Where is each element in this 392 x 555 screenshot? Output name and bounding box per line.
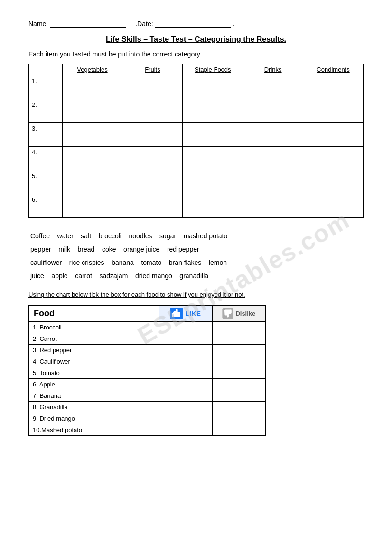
- word-bank-line1: Coffee water salt broccoli noodles sugar…: [30, 229, 362, 243]
- date-text: .Date:: [135, 20, 153, 28]
- food-item-5: 5. Tomato: [29, 367, 159, 378]
- like-table-row: 7. Banana: [29, 390, 266, 401]
- name-label: Name:: [28, 19, 126, 28]
- like-table-row: 9. Dried mango: [29, 413, 266, 424]
- row-num-2: 2.: [29, 99, 63, 123]
- food-item-7: 7. Banana: [29, 390, 159, 401]
- row6-veg[interactable]: [62, 194, 122, 218]
- dislike-icon-group: Dislike: [216, 308, 261, 319]
- dislike-text: Dislike: [235, 310, 255, 317]
- empty-header: [29, 64, 63, 75]
- dislike-check-5[interactable]: [212, 367, 265, 378]
- food-item-9: 9. Dried mango: [29, 413, 159, 424]
- dislike-check-3[interactable]: [212, 344, 265, 356]
- col-staple: Staple Foods: [183, 64, 243, 75]
- row4-veg[interactable]: [62, 147, 122, 170]
- row5-condiment[interactable]: [303, 170, 364, 194]
- row3-drink[interactable]: [243, 123, 303, 147]
- food-item-1: 1. Broccoli: [29, 321, 159, 333]
- word-bank-line3: cauliflower rice crispies banana tomato …: [30, 256, 362, 269]
- page-title: Life Skills – Taste Test – Categorising …: [28, 35, 364, 44]
- like-check-2[interactable]: [159, 333, 212, 344]
- row3-veg[interactable]: [62, 123, 122, 147]
- row2-fruit[interactable]: [122, 99, 183, 123]
- like-table-row: 2. Carrot: [29, 333, 266, 344]
- row4-staple[interactable]: [183, 147, 243, 170]
- like-table-row: 10.Mashed potato: [29, 424, 266, 435]
- like-check-5[interactable]: [159, 367, 212, 378]
- like-table-row: 6. Apple: [29, 378, 266, 390]
- row2-drink[interactable]: [243, 99, 303, 123]
- row2-staple[interactable]: [183, 99, 243, 123]
- like-check-8[interactable]: [159, 401, 212, 413]
- like-check-4[interactable]: [159, 356, 212, 367]
- dislike-check-10[interactable]: [212, 424, 265, 435]
- thumbs-up-icon: [170, 308, 183, 319]
- like-check-7[interactable]: [159, 390, 212, 401]
- like-table-row: 1. Broccoli: [29, 321, 266, 333]
- like-icon-group: Like: [163, 308, 208, 319]
- like-check-6[interactable]: [159, 378, 212, 390]
- row5-drink[interactable]: [243, 170, 303, 194]
- row4-condiment[interactable]: [303, 147, 364, 170]
- dislike-header: Dislike: [212, 305, 265, 321]
- chart-instruction: Using the chart below tick the box for e…: [28, 290, 364, 300]
- col-condiments: Condiments: [303, 64, 364, 75]
- row6-condiment[interactable]: [303, 194, 364, 218]
- svg-rect-3: [231, 310, 232, 313]
- row3-staple[interactable]: [183, 123, 243, 147]
- categorisation-table: Vegetables Fruits Staple Foods Drinks Co…: [28, 64, 364, 218]
- like-table-row: 3. Red pepper: [29, 344, 266, 356]
- row5-fruit[interactable]: [122, 170, 183, 194]
- dislike-check-1[interactable]: [212, 321, 265, 333]
- like-check-10[interactable]: [159, 424, 212, 435]
- row6-staple[interactable]: [183, 194, 243, 218]
- dislike-check-6[interactable]: [212, 378, 265, 390]
- dislike-check-9[interactable]: [212, 413, 265, 424]
- dislike-check-7[interactable]: [212, 390, 265, 401]
- row-num-1: 1.: [29, 75, 63, 99]
- row3-condiment[interactable]: [303, 123, 364, 147]
- svg-rect-1: [172, 313, 174, 317]
- food-item-2: 2. Carrot: [29, 333, 159, 344]
- name-field[interactable]: [50, 19, 126, 28]
- like-table-row: 4. Cauliflower: [29, 356, 266, 367]
- table-row: 5.: [29, 170, 364, 194]
- dislike-check-8[interactable]: [212, 401, 265, 413]
- food-header: Food: [29, 305, 159, 321]
- row-num-5: 5.: [29, 170, 63, 194]
- food-item-4: 4. Cauliflower: [29, 356, 159, 367]
- thumbs-down-icon: [222, 308, 233, 319]
- date-field[interactable]: [155, 19, 231, 28]
- row5-veg[interactable]: [62, 170, 122, 194]
- row6-drink[interactable]: [243, 194, 303, 218]
- row4-fruit[interactable]: [122, 147, 183, 170]
- row1-staple[interactable]: [183, 75, 243, 99]
- date-label: .Date: .: [135, 19, 234, 28]
- row2-condiment[interactable]: [303, 99, 364, 123]
- row1-drink[interactable]: [243, 75, 303, 99]
- name-date-row: Name: .Date: .: [28, 19, 364, 28]
- like-check-3[interactable]: [159, 344, 212, 356]
- row5-staple[interactable]: [183, 170, 243, 194]
- row1-condiment[interactable]: [303, 75, 364, 99]
- row1-veg[interactable]: [62, 75, 122, 99]
- like-text: Like: [185, 310, 201, 317]
- row1-fruit[interactable]: [122, 75, 183, 99]
- food-item-6: 6. Apple: [29, 378, 159, 390]
- dislike-check-2[interactable]: [212, 333, 265, 344]
- like-check-9[interactable]: [159, 413, 212, 424]
- word-bank-line2: pepper milk bread coke orange juice red …: [30, 243, 362, 256]
- row4-drink[interactable]: [243, 147, 303, 170]
- row-num-3: 3.: [29, 123, 63, 147]
- like-check-1[interactable]: [159, 321, 212, 333]
- instruction-text: Each item you tasted must be put into th…: [28, 50, 364, 58]
- table-row: 1.: [29, 75, 364, 99]
- like-header: Like: [159, 305, 212, 321]
- dislike-check-4[interactable]: [212, 356, 265, 367]
- row3-fruit[interactable]: [122, 123, 183, 147]
- table-row: 2.: [29, 99, 364, 123]
- row6-fruit[interactable]: [122, 194, 183, 218]
- row-num-6: 6.: [29, 194, 63, 218]
- row2-veg[interactable]: [62, 99, 122, 123]
